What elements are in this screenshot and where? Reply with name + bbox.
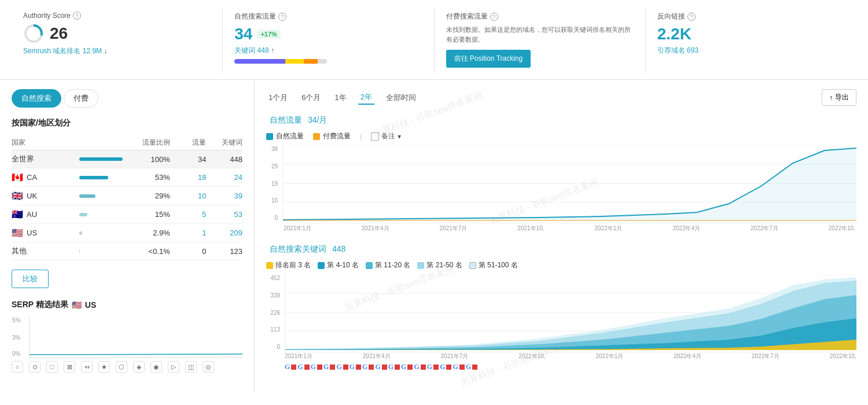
table-row: 🇬🇧UK 29% 10 39 (12, 187, 242, 205)
header-flow: 流量 (170, 138, 207, 148)
serp-icon[interactable]: ○ (12, 361, 23, 373)
kw-chart-y-labels: 452 339 226 113 0 (266, 275, 282, 350)
kw-link[interactable]: 209 (230, 229, 242, 237)
time-btn-1month[interactable]: 1个月 (266, 91, 290, 104)
google-icon: G (323, 363, 329, 371)
paid-traffic-desc: 未找到数据。如果这是您的域名，您可以获取关键词排名相关的所有必要数据。 (446, 25, 634, 44)
organic-traffic-info-icon[interactable]: ? (278, 13, 286, 21)
note-checkbox[interactable] (371, 132, 379, 141)
kw-link[interactable]: 24 (234, 173, 242, 182)
serp-icon[interactable]: ★ (98, 361, 110, 373)
keywords-chart-area (285, 275, 856, 352)
paid-traffic-info-icon[interactable]: ? (490, 13, 498, 21)
red-square (317, 365, 322, 370)
organic-traffic-block: 自然搜索流量 ? 34 +17% 关键词 448 ↑ (223, 7, 434, 72)
serp-icon[interactable]: ◫ (185, 361, 197, 373)
serp-icon[interactable]: ◎ (203, 361, 214, 373)
google-icon: G (466, 363, 471, 371)
red-square (446, 365, 451, 370)
header-kw: 关键词 (206, 138, 242, 148)
keywords-chart-title: 自然搜索关键词 448 (266, 244, 856, 255)
mini-bar (79, 176, 108, 179)
mini-bar (79, 213, 87, 216)
country-name: 🇺🇸US (12, 227, 79, 238)
flow-value: 0 (170, 247, 207, 256)
keyword-bar-fill1 (234, 59, 285, 64)
serp-icon[interactable]: ◈ (133, 361, 145, 373)
authority-score-info-icon[interactable]: ? (73, 12, 81, 20)
serp-icon[interactable]: ⇔ (81, 361, 93, 373)
authority-score-value: 26 (50, 24, 68, 43)
time-filter-row: 1个月 6个月 1年 2年 全部时间 ↑ 导出 (266, 89, 856, 106)
country-table-header: 国家 流量比例 流量 关键词 (12, 135, 242, 150)
red-square (395, 365, 400, 370)
keyword-bar-fill3 (304, 59, 318, 64)
table-row: 全世界 100% 34 448 (12, 150, 242, 168)
serp-icon[interactable]: ▷ (168, 361, 179, 373)
red-square (343, 365, 348, 370)
backlinks-block: 反向链接 ? 2.2K 引荐域名 693 (646, 7, 856, 72)
time-btn-all[interactable]: 全部时间 (384, 91, 418, 104)
google-icon: G (427, 363, 432, 371)
flow-link[interactable]: 5 (202, 210, 206, 219)
keyword-sub: 关键词 448 ↑ (234, 46, 422, 56)
flow-link[interactable]: 1 (202, 229, 206, 237)
chart-y-labels: 38 29 19 10 0 (266, 146, 280, 221)
country-name: 🇬🇧UK (12, 190, 79, 201)
red-square (356, 365, 361, 370)
right-panel: 光算科技 - 谷歌seo排名案例 光算科技 - 谷歌seo排名案例 光算科技 -… (255, 80, 868, 392)
mini-bar (79, 231, 82, 235)
organic-traffic-chart-title: 自然流量 34/月 (266, 115, 856, 126)
flow-link[interactable]: 18 (198, 173, 206, 182)
kw-link[interactable]: 53 (234, 210, 242, 219)
red-square (459, 365, 465, 370)
google-icon: G (388, 363, 393, 371)
export-icon: ↑ (829, 94, 833, 102)
serp-flag: 🇺🇸 (72, 300, 82, 310)
google-icon: G (414, 363, 419, 371)
note-chevron[interactable]: ▾ (398, 132, 401, 141)
serp-icon[interactable]: ⊠ (64, 361, 75, 373)
legend-dot-organic (266, 133, 273, 140)
country-name: 🇨🇦CA (12, 172, 79, 183)
serp-icon[interactable]: □ (46, 361, 58, 373)
time-btn-6month[interactable]: 6个月 (299, 91, 323, 104)
tab-organic[interactable]: 自然搜索 (12, 89, 61, 108)
google-icons-row: G G G G G G G G G (285, 363, 856, 371)
organic-chart-x-labels: 2021年1月 2021年4月 2021年7月 2021年10, 2022年1月… (282, 224, 856, 233)
kw-legend-21-50: 第 21-50 名 (417, 260, 462, 270)
time-btn-1year[interactable]: 1年 (332, 91, 348, 104)
main-content: 自然搜索 付费 按国家/地区划分 国家 流量比例 流量 关键词 全世界 100%… (0, 80, 868, 392)
flow-value: 5 (170, 210, 207, 219)
tab-paid[interactable]: 付费 (64, 89, 98, 108)
keywords-legend-row: 排名前 3 名 第 4-10 名 第 11-20 名 第 21-50 名 第 5… (266, 260, 856, 270)
flow-value: 34 (170, 155, 207, 164)
kw-link[interactable]: 39 (234, 192, 242, 200)
backlinks-label: 反向链接 ? (657, 12, 845, 21)
red-square (291, 365, 296, 370)
time-btn-2year[interactable]: 2年 (358, 91, 374, 105)
kw-legend-4-10: 第 4-10 名 (318, 260, 359, 270)
backlinks-info-icon[interactable]: ? (687, 13, 696, 21)
compare-button[interactable]: 比较 (12, 270, 49, 288)
red-square (382, 365, 387, 370)
kw-chart-bottom-row: 2021年1月 2021年4月 2021年7月 2021年10, 2022年1月… (285, 352, 856, 360)
country-name: 全世界 (12, 154, 79, 164)
serp-icon[interactable]: ⬡ (116, 361, 127, 373)
country-name: 🇦🇺AU (12, 209, 79, 220)
export-button[interactable]: ↑ 导出 (822, 89, 856, 106)
metrics-bar: Authority Score ? 26 Semrush 域名排名 12.9M … (0, 0, 868, 80)
position-tracking-button[interactable]: 前往 Position Tracking (446, 50, 531, 68)
serp-icon[interactable]: ⊙ (29, 361, 41, 373)
kw-legend-11-20: 第 11-20 名 (366, 260, 410, 270)
svg-marker-6 (283, 148, 856, 221)
kw-value: 24 (206, 173, 242, 182)
flow-link[interactable]: 10 (198, 192, 206, 200)
paid-traffic-label: 付费搜索流量 ? (446, 12, 634, 21)
organic-chart-area (282, 146, 856, 223)
mini-bar (79, 157, 123, 161)
flow-value: 18 (170, 173, 207, 182)
red-square (421, 365, 426, 370)
serp-icon[interactable]: ◉ (150, 361, 162, 373)
header-pct: 流量比例 (134, 138, 170, 148)
